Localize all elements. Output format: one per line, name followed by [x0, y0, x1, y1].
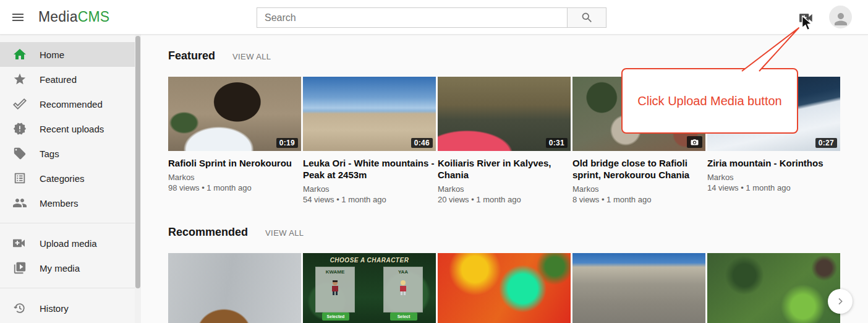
video-title[interactable]: Koiliaris River in Kalyves, Chania [438, 157, 571, 181]
video-card[interactable]: CHOOSE A CHARACTER KWAME Selected YAA Se… [303, 253, 436, 323]
person-icon [832, 10, 850, 28]
recommended-view-all-link[interactable]: VIEW ALL [265, 228, 304, 238]
game-character-name: YAA [384, 269, 422, 275]
brand-suffix: CMS [78, 9, 110, 25]
sidebar: Home Featured Recommended Recent uploads… [0, 35, 135, 323]
carousel-next-button[interactable] [828, 289, 853, 314]
video-thumbnail[interactable] [438, 253, 571, 323]
check-icon [12, 97, 27, 111]
game-character-panel: YAA Select [383, 267, 423, 312]
sidebar-nav: Home Featured Recommended Recent uploads… [0, 35, 135, 321]
topbar: MediaCMS [0, 0, 868, 35]
search-input[interactable] [257, 7, 567, 28]
sidebar-scrollbar-thumb[interactable] [135, 36, 140, 288]
sidebar-item-members[interactable]: Members [0, 191, 135, 215]
recommended-card-row: CHOOSE A CHARACTER KWAME Selected YAA Se… [168, 253, 868, 323]
featured-view-all-link[interactable]: VIEW ALL [232, 52, 271, 61]
video-card[interactable] [707, 253, 840, 323]
annotation-callout: Click Upload Media button [621, 68, 798, 134]
video-title[interactable]: Old bridge close to Rafioli sprint, Nero… [572, 157, 705, 181]
sidebar-scrollbar[interactable] [135, 35, 141, 323]
sidebar-item-label: Recent uploads [40, 124, 104, 134]
video-card[interactable] [572, 253, 705, 323]
video-card[interactable]: 0:31 Koiliaris River in Kalyves, Chania … [438, 77, 571, 210]
star-icon [12, 72, 27, 87]
sidebar-item-tags[interactable]: Tags [0, 141, 135, 166]
video-author[interactable]: Markos [572, 184, 705, 194]
video-thumbnail[interactable]: 0:46 [303, 77, 436, 151]
video-library-icon [12, 261, 27, 275]
video-meta: 54 views • 1 month ago [303, 194, 436, 205]
chevron-right-icon [835, 296, 845, 306]
hamburger-icon [11, 10, 25, 25]
duration-badge: 0:27 [815, 138, 837, 148]
sidebar-item-my-media[interactable]: My media [0, 256, 135, 280]
duration-badge: 0:46 [411, 138, 433, 148]
game-character-sprite [330, 280, 340, 296]
sidebar-item-home[interactable]: Home [0, 42, 135, 67]
video-card[interactable] [168, 253, 301, 323]
video-thumbnail[interactable] [707, 253, 840, 323]
video-author[interactable]: Markos [438, 184, 571, 194]
sidebar-item-history[interactable]: History [0, 296, 135, 321]
sidebar-item-label: Home [40, 50, 64, 60]
video-card[interactable]: 0:46 Leuka Ori - White mountains - Peak … [303, 77, 436, 210]
game-character-sprite [398, 280, 408, 296]
video-thumbnail[interactable]: CHOOSE A CHARACTER KWAME Selected YAA Se… [303, 253, 436, 323]
list-icon [12, 171, 27, 186]
sidebar-item-label: History [40, 303, 69, 314]
video-author[interactable]: Markos [707, 172, 840, 183]
video-author[interactable]: Markos [303, 184, 436, 194]
game-thumb-heading: CHOOSE A CHARACTER [303, 257, 436, 264]
recommended-section: Recommended VIEW ALL CHOOSE A CHARACTER … [141, 226, 868, 323]
sidebar-item-label: Upload media [40, 238, 97, 249]
video-meta: 8 views • 1 month ago [572, 194, 705, 205]
video-author[interactable]: Markos [168, 172, 301, 183]
section-title-featured: Featured [168, 50, 215, 62]
sidebar-item-recommended[interactable]: Recommended [0, 92, 135, 116]
video-card[interactable] [438, 253, 571, 323]
home-icon [12, 47, 27, 62]
sidebar-item-upload-media[interactable]: Upload media [0, 231, 135, 256]
user-avatar[interactable] [829, 6, 852, 28]
mediacms-app: MediaCMS Home Featured [0, 0, 868, 323]
annotation-text: Click Upload Media button [637, 94, 781, 108]
sidebar-item-label: My media [40, 263, 80, 273]
upload-media-icon [12, 236, 27, 251]
search-button[interactable] [567, 7, 606, 28]
game-select-button: Select [390, 312, 417, 321]
video-title[interactable]: Ziria mountain - Korinthos [707, 157, 840, 169]
history-icon [12, 301, 27, 316]
video-meta: 98 views • 1 month ago [168, 183, 301, 193]
camera-icon [687, 136, 702, 148]
video-title[interactable]: Rafioli Sprint in Nerokourou [168, 157, 301, 169]
search-icon [581, 11, 594, 24]
video-thumbnail[interactable] [572, 253, 705, 323]
search-bar [257, 7, 606, 28]
sidebar-item-recent-uploads[interactable]: Recent uploads [0, 116, 135, 141]
video-meta: 20 views • 1 month ago [438, 194, 571, 205]
game-character-panel: KWAME Selected [315, 267, 355, 312]
sidebar-item-label: Featured [40, 74, 77, 85]
video-title[interactable]: Leuka Ori - White mountains - Peak at 24… [303, 157, 436, 181]
hamburger-menu-button[interactable] [9, 10, 27, 25]
duration-badge: 0:31 [546, 138, 568, 148]
new-releases-icon [12, 121, 27, 136]
brand-logo[interactable]: MediaCMS [38, 9, 109, 25]
video-thumbnail[interactable]: 0:19 [168, 77, 301, 151]
sidebar-item-label: Categories [40, 173, 85, 184]
video-thumbnail[interactable] [168, 253, 301, 323]
duration-badge: 0:19 [276, 138, 298, 148]
sidebar-item-featured[interactable]: Featured [0, 67, 135, 92]
upload-media-button[interactable] [799, 11, 815, 25]
game-select-button: Selected [322, 312, 349, 321]
sidebar-item-categories[interactable]: Categories [0, 166, 135, 191]
video-card[interactable]: 0:19 Rafioli Sprint in Nerokourou Markos… [168, 77, 301, 210]
video-thumbnail[interactable]: 0:31 [438, 77, 571, 151]
sidebar-divider [0, 288, 135, 288]
video-meta: 14 views • 1 month ago [707, 183, 840, 193]
tag-icon [12, 146, 27, 161]
sidebar-item-label: Recommended [40, 99, 103, 110]
section-title-recommended: Recommended [168, 226, 248, 239]
sidebar-divider [0, 223, 135, 223]
